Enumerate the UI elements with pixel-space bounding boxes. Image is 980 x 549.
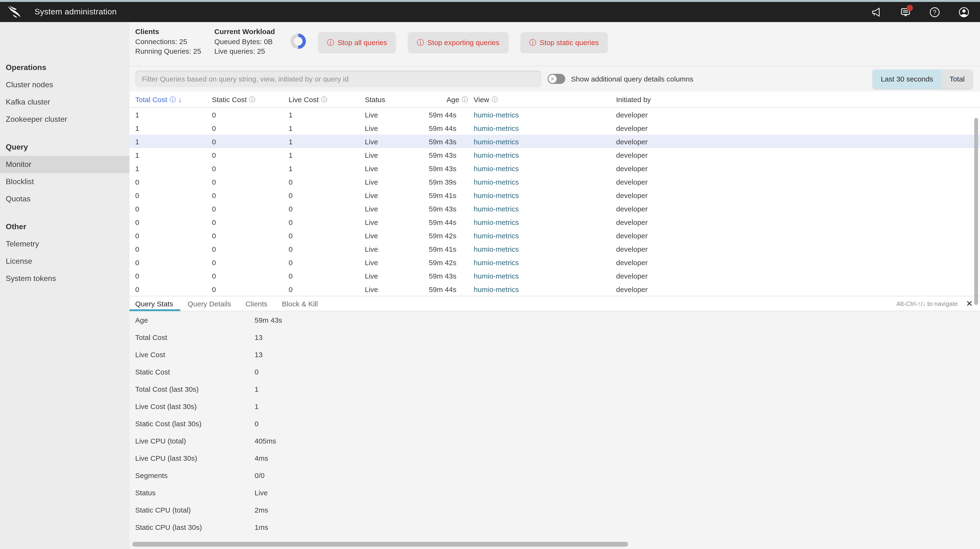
table-row[interactable]: 000Live59m 42shumio-metricsdeveloper	[129, 229, 980, 242]
table-cell: Live	[365, 205, 422, 213]
range-total-button[interactable]: Total	[942, 69, 973, 89]
sidebar-item-cluster-nodes[interactable]: Cluster nodes	[0, 76, 129, 94]
tab-query-details[interactable]: Query Details	[180, 296, 238, 311]
sidebar-item-telemetry[interactable]: Telemetry	[0, 236, 129, 253]
info-icon[interactable]: ⓘ	[170, 95, 176, 104]
detail-value: 13	[255, 350, 980, 358]
announcements-icon[interactable]	[870, 6, 882, 18]
table-row[interactable]: 101Live59m 44shumio-metricsdeveloper	[129, 108, 980, 121]
detail-row: Total Cost13	[129, 328, 980, 346]
table-cell-view: humio-metrics	[474, 164, 616, 172]
sort-desc-icon: ↓	[178, 95, 182, 103]
view-link[interactable]: humio-metrics	[474, 245, 519, 253]
messages-icon[interactable]	[899, 6, 911, 18]
table-cell: 0	[212, 231, 289, 240]
view-link[interactable]: humio-metrics	[474, 178, 519, 186]
view-link[interactable]: humio-metrics	[474, 205, 519, 213]
view-link[interactable]: humio-metrics	[474, 124, 519, 132]
table-row[interactable]: 101Live59m 43shumio-metricsdeveloper	[129, 148, 980, 162]
stop-exporting-queries-button[interactable]: ⓘStop exporting queries	[408, 32, 508, 52]
column-header-age[interactable]: Ageⓘ	[422, 95, 474, 104]
sidebar-item-kafka-cluster[interactable]: Kafka cluster	[0, 94, 129, 111]
table-cell: 59m 43s	[422, 137, 474, 145]
table-row[interactable]: 000Live59m 43shumio-metricsdeveloper	[129, 269, 980, 282]
view-link[interactable]: humio-metrics	[474, 110, 519, 119]
view-link[interactable]: humio-metrics	[474, 218, 519, 226]
info-icon[interactable]: ⓘ	[321, 95, 327, 104]
table-row[interactable]: 000Live59m 41shumio-metricsdeveloper	[129, 242, 980, 256]
view-link[interactable]: humio-metrics	[474, 258, 519, 266]
column-header-status[interactable]: Status	[365, 95, 422, 103]
table-row[interactable]: 000Live59m 42shumio-metricsdeveloper	[129, 256, 980, 269]
stop-all-queries-button[interactable]: ⓘStop all queries	[318, 32, 396, 52]
range-last-30-seconds-button[interactable]: Last 30 seconds	[873, 69, 942, 89]
table-cell-initiated-by: developer	[616, 231, 980, 240]
range-segmented-control: Last 30 seconds Total	[873, 69, 973, 89]
table-cell-initiated-by: developer	[616, 205, 980, 213]
table-row[interactable]: 000Live59m 44shumio-metricsdeveloper	[129, 215, 980, 229]
table-cell: 59m 41s	[422, 191, 474, 199]
sidebar-item-license[interactable]: License	[0, 253, 129, 270]
column-header-static-cost[interactable]: Static Costⓘ	[212, 95, 289, 104]
details-tabs: Query StatsQuery DetailsClientsBlock & K…	[129, 296, 325, 311]
view-link[interactable]: humio-metrics	[474, 151, 519, 159]
show-details-columns-toggle[interactable]: ✕	[547, 74, 565, 84]
table-row[interactable]: 000Live59m 44shumio-metricsdeveloper	[129, 282, 980, 296]
table-cell: Live	[365, 137, 422, 145]
detail-value: 405ms	[255, 436, 980, 445]
tab-query-stats[interactable]: Query Stats	[129, 296, 180, 311]
view-link[interactable]: humio-metrics	[474, 191, 519, 199]
column-header-view[interactable]: Viewⓘ	[474, 95, 616, 104]
table-row[interactable]: 000Live59m 43shumio-metricsdeveloper	[129, 202, 980, 215]
table-cell: 0	[212, 137, 289, 145]
table-row[interactable]: 101Live59m 43shumio-metricsdeveloper	[129, 135, 980, 148]
table-cell-view: humio-metrics	[474, 205, 616, 213]
tab-clients[interactable]: Clients	[238, 296, 275, 311]
close-icon[interactable]: ✕	[966, 296, 973, 311]
column-header-live-cost[interactable]: Live Costⓘ	[289, 95, 365, 104]
tab-block-kill[interactable]: Block & Kill	[275, 296, 325, 311]
detail-label: Status	[135, 489, 255, 496]
table-cell: 0	[135, 285, 212, 293]
table-cell: 0	[289, 205, 365, 213]
details-panel: Query StatsQuery DetailsClientsBlock & K…	[129, 296, 980, 536]
table-row[interactable]: 101Live59m 44shumio-metricsdeveloper	[129, 121, 980, 135]
horizontal-scrollbar[interactable]	[132, 542, 628, 547]
stop-static-queries-button[interactable]: ⓘStop static queries	[520, 32, 608, 52]
table-cell: 0	[289, 272, 365, 280]
detail-label: Segments	[135, 471, 255, 479]
sidebar-item-system-tokens[interactable]: System tokens	[0, 270, 129, 287]
vertical-scrollbar[interactable]	[974, 118, 978, 305]
info-icon[interactable]: ⓘ	[462, 95, 468, 104]
view-link[interactable]: humio-metrics	[474, 137, 519, 145]
view-link[interactable]: humio-metrics	[474, 272, 519, 280]
sidebar-item-monitor[interactable]: Monitor	[0, 156, 129, 173]
detail-label: Age	[135, 316, 255, 324]
sidebar-item-zookeeper-cluster[interactable]: Zookeeper cluster	[0, 111, 129, 128]
table-row[interactable]: 000Live59m 41shumio-metricsdeveloper	[129, 188, 980, 202]
sidebar-item-quotas[interactable]: Quotas	[0, 190, 129, 208]
profile-icon[interactable]	[958, 6, 969, 18]
view-link[interactable]: humio-metrics	[474, 231, 519, 240]
column-header-initiated-by[interactable]: Initiated by	[616, 95, 980, 103]
navigate-hint: Alt-Ctrl-↑/↓ to navigate	[897, 296, 958, 311]
table-cell: 0	[289, 285, 365, 293]
sidebar-item-blocklist[interactable]: Blocklist	[0, 173, 129, 190]
details-tab-bar: Query StatsQuery DetailsClientsBlock & K…	[129, 296, 980, 311]
table-cell: 0	[289, 245, 365, 253]
help-icon[interactable]: ?	[929, 6, 940, 18]
table-cell-initiated-by: developer	[616, 285, 980, 293]
view-link[interactable]: humio-metrics	[474, 164, 519, 172]
info-icon[interactable]: ⓘ	[492, 95, 498, 104]
view-link[interactable]: humio-metrics	[474, 285, 519, 293]
detail-value: 0/0	[255, 471, 980, 479]
top-bar: System administration ?	[0, 2, 980, 22]
table-cell: 0	[212, 151, 289, 159]
table-cell: 1	[289, 164, 365, 172]
info-icon[interactable]: ⓘ	[249, 95, 255, 104]
table-row[interactable]: 000Live59m 39shumio-metricsdeveloper	[129, 175, 980, 188]
table-cell: 0	[212, 218, 289, 226]
query-filter-input[interactable]	[135, 70, 541, 87]
table-row[interactable]: 101Live59m 43shumio-metricsdeveloper	[129, 162, 980, 175]
column-header-total-cost[interactable]: Total Costⓘ↓	[135, 95, 212, 104]
